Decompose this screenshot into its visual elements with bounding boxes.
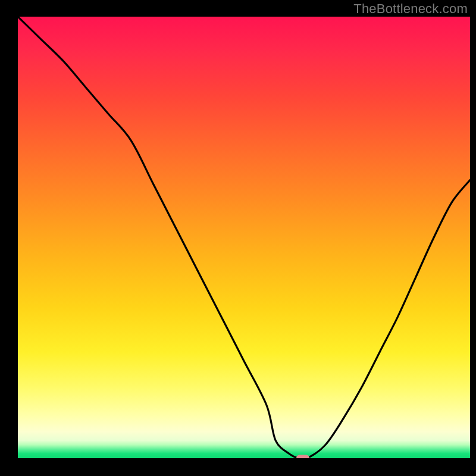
optimal-marker [296, 455, 309, 459]
plot-area [18, 17, 470, 458]
bottleneck-curve [18, 17, 470, 458]
watermark-text: TheBottleneck.com [353, 1, 468, 17]
chart-frame: TheBottleneck.com [0, 0, 476, 476]
